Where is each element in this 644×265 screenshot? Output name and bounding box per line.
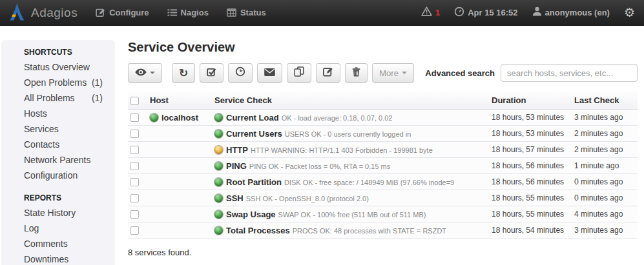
reschedule-button[interactable] bbox=[228, 63, 253, 83]
more-button[interactable]: More bbox=[372, 63, 414, 83]
alert-count: 1 bbox=[435, 8, 440, 17]
row-checkbox[interactable] bbox=[130, 130, 139, 138]
service-name[interactable]: Total Processes bbox=[226, 226, 290, 235]
sidebar-item-label: Services bbox=[24, 121, 59, 137]
checked-checkbox-icon bbox=[207, 67, 216, 79]
advanced-search: Advanced search bbox=[425, 64, 638, 82]
table-row[interactable]: Swap UsageSWAP OK - 100% free (511 MB ou… bbox=[128, 206, 638, 222]
duration: 18 hours, 56 minutes bbox=[489, 158, 572, 174]
table-row[interactable]: Total ProcessesPROCS OK: 48 processes wi… bbox=[128, 222, 638, 239]
sidebar-item-network-parents[interactable]: Network Parents bbox=[1, 152, 115, 168]
view-options-button[interactable] bbox=[128, 63, 162, 83]
service-status-icon bbox=[214, 162, 223, 170]
sidebar-item-label: Comments bbox=[24, 236, 68, 251]
row-checkbox[interactable] bbox=[130, 178, 139, 186]
table-icon bbox=[227, 8, 236, 17]
table-row[interactable]: Current UsersUSERS OK - 0 users currentl… bbox=[128, 126, 638, 142]
envelope-icon bbox=[264, 67, 275, 79]
service-status-icon bbox=[214, 113, 223, 122]
sidebar-item-contacts[interactable]: Contacts bbox=[1, 137, 115, 152]
edit-square-icon bbox=[96, 8, 105, 17]
user-menu[interactable]: anonymous (en) bbox=[532, 6, 610, 19]
col-header-last-check[interactable]: Last Check bbox=[572, 92, 638, 110]
sidebar-item-state-history[interactable]: State History bbox=[1, 205, 115, 221]
sidebar-section-gap bbox=[1, 183, 115, 191]
duration: 18 hours, 55 minutes bbox=[489, 190, 572, 206]
col-header-service-check[interactable]: Service Check bbox=[212, 92, 489, 110]
row-checkbox[interactable] bbox=[130, 162, 139, 170]
sidebar-item-label: Status Overview bbox=[24, 59, 90, 75]
service-name[interactable]: SSH bbox=[226, 193, 244, 203]
nav-item-configure[interactable]: Configure bbox=[96, 8, 149, 17]
service-name[interactable]: Swap Usage bbox=[226, 210, 276, 219]
table-row[interactable]: PINGPING OK - Packet loss = 0%, RTA = 0.… bbox=[128, 158, 638, 174]
copy-button[interactable] bbox=[287, 63, 311, 83]
list-icon bbox=[167, 8, 177, 17]
results-count: 8 services found. bbox=[128, 248, 638, 257]
last-check: 2 minutes ago bbox=[572, 126, 638, 142]
service-detail: HTTP WARNING: HTTP/1.1 403 Forbidden - 1… bbox=[251, 146, 433, 154]
alerts-indicator[interactable]: 1 bbox=[421, 6, 440, 19]
sidebar-item-all-problems[interactable]: All Problems(1) bbox=[1, 90, 115, 106]
edit-button[interactable] bbox=[316, 63, 340, 83]
service-status-icon bbox=[214, 226, 223, 235]
refresh-button[interactable]: ↻ bbox=[172, 63, 195, 83]
service-name[interactable]: Current Users bbox=[226, 129, 282, 139]
clock-indicator[interactable]: Apr 15 16:52 bbox=[454, 6, 517, 19]
col-header-duration[interactable]: Duration bbox=[489, 92, 572, 110]
sidebar-item-status-overview[interactable]: Status Overview bbox=[1, 59, 115, 75]
notify-button[interactable] bbox=[257, 63, 282, 83]
row-checkbox[interactable] bbox=[130, 146, 139, 154]
duration: 18 hours, 53 minutes bbox=[489, 126, 572, 142]
service-detail: USERS OK - 0 users currently logged in bbox=[285, 130, 411, 138]
clock-icon bbox=[235, 66, 245, 79]
sidebar-item-services[interactable]: Services bbox=[1, 121, 115, 137]
service-detail: SWAP OK - 100% free (511 MB out of 511 M… bbox=[278, 211, 426, 219]
row-checkbox[interactable] bbox=[130, 210, 139, 219]
table-row[interactable]: HTTPHTTP WARNING: HTTP/1.1 403 Forbidden… bbox=[128, 142, 638, 158]
sidebar-item-label: Log bbox=[24, 221, 39, 236]
delete-button[interactable] bbox=[345, 63, 368, 83]
table-row[interactable]: localhost Current LoadOK - load average:… bbox=[128, 110, 638, 126]
service-name[interactable]: PING bbox=[226, 161, 247, 171]
service-detail: SSH OK - OpenSSH_8.0 (protocol 2.0) bbox=[246, 195, 369, 202]
service-detail: OK - load average: 0.18, 0.07, 0.02 bbox=[282, 114, 393, 122]
host-name[interactable]: localhost bbox=[161, 113, 198, 123]
service-name[interactable]: Current Load bbox=[226, 113, 279, 123]
sidebar-item-log[interactable]: Log bbox=[1, 221, 115, 236]
sidebar-item-label: Contacts bbox=[24, 137, 59, 152]
service-name[interactable]: HTTP bbox=[226, 145, 248, 155]
row-checkbox[interactable] bbox=[130, 226, 139, 235]
duration: 18 hours, 55 minutes bbox=[489, 206, 572, 222]
nav-item-nagios[interactable]: Nagios bbox=[167, 8, 209, 17]
brand[interactable]: Adagios bbox=[9, 3, 78, 23]
adagios-logo-icon bbox=[9, 3, 25, 23]
service-name[interactable]: Root Partition bbox=[226, 177, 282, 187]
sidebar-item-label: Open Problems bbox=[24, 75, 87, 90]
acknowledge-button[interactable] bbox=[200, 63, 223, 83]
eye-icon bbox=[135, 67, 147, 79]
select-all-checkbox[interactable] bbox=[130, 97, 139, 105]
last-check: 2 minutes ago bbox=[572, 142, 638, 158]
table-row[interactable]: SSHSSH OK - OpenSSH_8.0 (protocol 2.0) 1… bbox=[128, 190, 638, 206]
sidebar-item-hosts[interactable]: Hosts bbox=[1, 106, 115, 121]
gear-icon[interactable]: ⚙ bbox=[624, 6, 635, 19]
sidebar-item-configuration[interactable]: Configuration bbox=[1, 168, 115, 183]
sidebar-item-downtimes[interactable]: Downtimes bbox=[1, 251, 115, 265]
table-row[interactable]: Root PartitionDISK OK - free space: / 14… bbox=[128, 174, 638, 190]
sidebar-item-comments[interactable]: Comments bbox=[1, 236, 115, 251]
table-header-row: Host Service Check Duration Last Check bbox=[128, 92, 638, 110]
row-checkbox[interactable] bbox=[130, 113, 139, 122]
last-check: 1 minute ago bbox=[572, 158, 638, 174]
service-status-icon bbox=[214, 194, 223, 202]
nav-item-status[interactable]: Status bbox=[227, 8, 266, 17]
col-header-host[interactable]: Host bbox=[147, 92, 212, 110]
chevron-down-icon bbox=[402, 72, 407, 74]
search-input[interactable] bbox=[501, 64, 638, 82]
service-status-icon bbox=[214, 210, 223, 219]
nav-right: 1 Apr 15 16:52 anonymous (en) ⚙ bbox=[421, 6, 635, 19]
row-checkbox[interactable] bbox=[130, 194, 139, 202]
sidebar-item-open-problems[interactable]: Open Problems(1) bbox=[1, 75, 115, 90]
last-check: 4 minutes ago bbox=[572, 206, 638, 222]
sidebar-item-count: (1) bbox=[92, 75, 103, 90]
